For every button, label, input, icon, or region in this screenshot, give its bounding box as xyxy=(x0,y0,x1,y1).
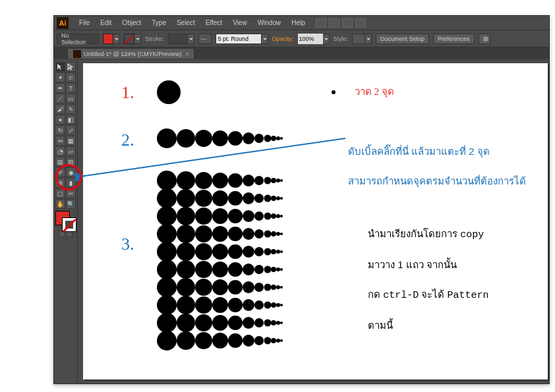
step2-dot xyxy=(195,130,212,147)
artboard[interactable]: 1. 2. 3. วาด 2 จุด ดับเบิ้ลคลิ๊กที่นี่ แ… xyxy=(83,63,548,379)
step3-dot xyxy=(157,188,177,208)
column-graph-tool[interactable]: ▮ xyxy=(66,178,76,188)
chevron-down-icon[interactable] xyxy=(262,34,268,44)
step3-dot xyxy=(228,262,243,277)
menu-window[interactable]: Window xyxy=(252,19,287,26)
step3-dot xyxy=(243,317,254,329)
scale-tool[interactable]: ⤢ xyxy=(66,125,76,135)
annot-step3-l3b: จะได้ xyxy=(419,289,447,300)
step3-dot xyxy=(157,206,177,226)
artboard-tool[interactable]: ▢ xyxy=(55,188,65,198)
align-icon[interactable]: ⊞ xyxy=(479,34,490,44)
gradient-tool[interactable]: ▥ xyxy=(66,157,76,167)
step-1-label: 1. xyxy=(121,83,134,103)
eyedropper-tool[interactable]: ✐ xyxy=(55,167,65,177)
menu-select[interactable]: Select xyxy=(171,19,200,26)
chevron-down-icon[interactable] xyxy=(113,34,120,44)
opacity-field[interactable]: 100% xyxy=(298,34,330,44)
step3-dot xyxy=(195,279,212,296)
chevron-down-icon[interactable] xyxy=(365,34,372,44)
pencil-tool[interactable]: ✎ xyxy=(66,104,76,114)
step3-dot xyxy=(280,179,283,182)
layout-icon[interactable] xyxy=(342,18,353,28)
slice-tool[interactable]: ✂ xyxy=(66,188,76,198)
annot-step3-l3a: กด xyxy=(368,289,383,300)
step3-dot xyxy=(264,337,271,345)
step3-dot xyxy=(264,177,271,184)
step3-dot xyxy=(212,244,228,260)
layout-icon[interactable] xyxy=(329,18,339,28)
paintbrush-tool[interactable]: 🖌 xyxy=(55,104,65,114)
free-transform-tool[interactable]: ▦ xyxy=(66,136,76,146)
menu-type[interactable]: Type xyxy=(146,19,171,26)
step3-dot xyxy=(243,175,254,186)
direct-selection-tool[interactable] xyxy=(66,62,76,72)
eraser-tool[interactable]: ◧ xyxy=(66,115,76,125)
step3-dot xyxy=(271,267,276,272)
step3-dot xyxy=(243,281,254,293)
chevron-down-icon[interactable] xyxy=(188,34,194,44)
menu-effect[interactable]: Effect xyxy=(200,19,227,26)
document-setup-button[interactable]: Document Setup xyxy=(376,34,429,44)
shape-builder-tool[interactable]: ◔ xyxy=(55,146,65,156)
rotate-tool[interactable]: ↻ xyxy=(55,125,65,135)
menu-file[interactable]: File xyxy=(74,19,95,26)
magic-wand-tool[interactable]: ✦ xyxy=(55,72,65,82)
annot-step3-l4: ตามนี้ xyxy=(368,320,393,331)
step-3-label: 3. xyxy=(121,235,134,254)
menubar: Ai File Edit Object Type Select Effect V… xyxy=(54,16,549,30)
step3-dot xyxy=(195,296,212,314)
step3-dot xyxy=(177,242,195,261)
chevron-down-icon[interactable] xyxy=(134,34,141,44)
fill-stroke-control[interactable] xyxy=(55,211,76,232)
step3-dot xyxy=(254,194,264,203)
type-tool[interactable]: T xyxy=(66,83,76,93)
step3-dot xyxy=(195,261,212,278)
fill-swatch[interactable] xyxy=(103,34,113,44)
menu-object[interactable]: Object xyxy=(117,19,146,26)
step3-dot xyxy=(271,196,276,201)
step3-dot xyxy=(195,225,212,242)
brush-dropdown[interactable]: 5 pt. Round xyxy=(216,34,268,44)
mesh-tool[interactable]: ▤ xyxy=(55,157,65,167)
selection-tool[interactable] xyxy=(55,62,65,72)
pen-tool[interactable]: ✒ xyxy=(55,83,65,93)
step3-dot xyxy=(195,243,212,260)
stroke-style-box[interactable]: — xyxy=(198,34,212,44)
style-dropdown[interactable] xyxy=(352,34,372,44)
width-tool[interactable]: ⇔ xyxy=(55,136,65,146)
canvas[interactable]: 1. 2. 3. วาด 2 จุด ดับเบิ้ลคลิ๊กที่นี่ แ… xyxy=(78,59,549,383)
step3-dot xyxy=(212,262,228,277)
step3-dot xyxy=(177,189,195,208)
line-tool[interactable]: ／ xyxy=(55,94,65,103)
step3-dot xyxy=(243,299,254,311)
step3-dot xyxy=(254,211,264,221)
layout-icon[interactable] xyxy=(316,18,326,28)
fill-swatch-dropdown[interactable] xyxy=(103,34,120,44)
document-tab[interactable]: Untitled-1* @ 124% (CMYK/Preview) × xyxy=(67,48,194,59)
close-tab-icon[interactable]: × xyxy=(185,51,189,57)
stroke-weight-field[interactable] xyxy=(168,34,194,44)
menu-help[interactable]: Help xyxy=(286,19,310,26)
zoom-tool[interactable]: 🔍 xyxy=(66,199,76,209)
stroke-swatch-dropdown[interactable] xyxy=(124,34,141,44)
hand-tool[interactable]: ✋ xyxy=(55,199,65,209)
workspace-switcher-icons xyxy=(316,18,366,28)
lasso-tool[interactable]: ⊂ xyxy=(66,72,76,82)
blob-brush-tool[interactable]: ● xyxy=(55,115,65,125)
menu-edit[interactable]: Edit xyxy=(95,19,117,26)
stroke-swatch-none[interactable] xyxy=(124,34,134,44)
step3-dot xyxy=(264,231,271,238)
step3-dot xyxy=(243,192,254,204)
menu-view[interactable]: View xyxy=(227,19,252,26)
step3-dot xyxy=(243,210,254,222)
layout-icon[interactable] xyxy=(355,18,366,28)
step3-dot xyxy=(264,320,271,327)
chevron-down-icon[interactable] xyxy=(323,34,330,44)
perspective-tool[interactable]: ▱ xyxy=(66,146,76,156)
preferences-button[interactable]: Preferences xyxy=(433,34,475,44)
blend-tool[interactable]: ◉ xyxy=(66,167,76,177)
symbol-sprayer-tool[interactable]: ✲ xyxy=(55,178,65,188)
step3-dot xyxy=(243,264,254,275)
rectangle-tool[interactable]: ▭ xyxy=(66,94,76,103)
